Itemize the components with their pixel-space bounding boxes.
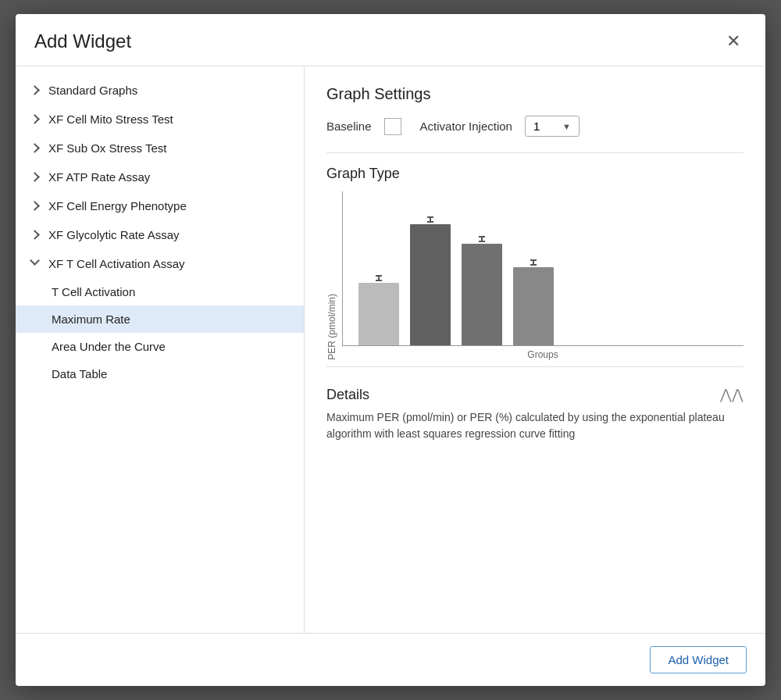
bar-1	[358, 283, 399, 345]
add-widget-button[interactable]: Add Widget	[650, 646, 747, 673]
baseline-checkbox[interactable]	[384, 118, 401, 135]
sub-item-label: Data Table	[52, 367, 107, 380]
sidebar-item-label: XF ATP Rate Assay	[48, 170, 150, 184]
sub-item-label: Maximum Rate	[52, 312, 130, 326]
sub-item-label: T Cell Activation	[52, 285, 135, 298]
chevron-right-icon	[31, 230, 41, 240]
activator-injection-dropdown[interactable]: 1 ▼	[525, 116, 580, 137]
sidebar-sub-item-area-under-curve[interactable]: Area Under the Curve	[16, 333, 304, 360]
bar-group-2	[410, 216, 451, 345]
modal-body: Standard Graphs XF Cell Mito Stress Test…	[16, 66, 765, 633]
baseline-label: Baseline	[326, 120, 372, 133]
details-section: Details ⋀⋀ Maximum PER (pmol/min) or PER…	[326, 386, 744, 442]
sidebar-item-label: XF Glycolytic Rate Assay	[48, 228, 180, 241]
details-title: Details	[326, 387, 369, 403]
x-axis-label: Groups	[342, 349, 744, 360]
bar-group-3	[462, 236, 502, 345]
sidebar-sub-item-maximum-rate[interactable]: Maximum Rate	[16, 305, 304, 333]
sub-item-label: Area Under the Curve	[52, 340, 166, 353]
add-widget-modal: Add Widget ✕ Standard Graphs XF Cell Mit…	[16, 14, 765, 686]
sidebar-item-label: Standard Graphs	[48, 84, 137, 97]
modal-header: Add Widget ✕	[16, 14, 765, 66]
sidebar-item-label: XF Sub Ox Stress Test	[48, 141, 166, 155]
bar-group-4	[513, 259, 554, 345]
chart-divider	[326, 366, 744, 367]
activator-injection-label: Activator Injection	[420, 120, 512, 133]
chevron-right-icon	[31, 115, 41, 124]
chart-inner: Groups	[342, 191, 744, 360]
chart-container: PER (pmol/min)	[326, 191, 744, 363]
right-panel: Graph Settings Baseline Activator Inject…	[305, 66, 765, 633]
chevron-right-icon	[31, 173, 41, 182]
sidebar-item-xf-sub-ox[interactable]: XF Sub Ox Stress Test	[16, 134, 304, 162]
settings-divider	[326, 152, 744, 153]
modal-title: Add Widget	[34, 30, 131, 52]
sidebar: Standard Graphs XF Cell Mito Stress Test…	[16, 66, 305, 633]
y-axis-label: PER (pmol/min)	[326, 294, 337, 360]
chevron-right-icon	[31, 202, 41, 211]
sidebar-item-label: XF Cell Energy Phenotype	[48, 199, 187, 212]
chevron-right-icon	[31, 86, 41, 95]
graph-settings-row: Baseline Activator Injection 1 ▼	[326, 116, 744, 137]
sidebar-item-label: XF T Cell Activation Assay	[48, 257, 185, 270]
sidebar-item-label: XF Cell Mito Stress Test	[48, 112, 173, 126]
sidebar-item-xf-atp-rate[interactable]: XF ATP Rate Assay	[16, 162, 304, 191]
chevron-down-icon	[31, 259, 41, 269]
error-bar-1	[378, 275, 380, 281]
bar-4	[513, 267, 554, 345]
sidebar-sub-item-t-cell-activation[interactable]: T Cell Activation	[16, 278, 304, 305]
dropdown-arrow-icon: ▼	[562, 122, 571, 131]
details-header: Details ⋀⋀	[326, 386, 744, 403]
close-button[interactable]: ✕	[720, 30, 747, 53]
dropdown-value: 1	[533, 120, 540, 133]
sidebar-item-standard-graphs[interactable]: Standard Graphs	[16, 76, 304, 105]
bar-2	[410, 224, 451, 345]
error-bar-4	[533, 259, 534, 266]
sidebar-item-xf-cell-energy[interactable]: XF Cell Energy Phenotype	[16, 191, 304, 220]
error-bar-3	[481, 236, 483, 242]
error-bar-2	[430, 216, 431, 223]
bar-group-1	[358, 275, 399, 345]
details-text: Maximum PER (pmol/min) or PER (%) calcul…	[326, 409, 744, 442]
collapse-icon[interactable]: ⋀⋀	[720, 386, 744, 403]
chevron-right-icon	[31, 144, 41, 153]
graph-type-title: Graph Type	[326, 166, 744, 182]
graph-settings-title: Graph Settings	[326, 85, 744, 103]
bars-area	[342, 191, 744, 346]
sidebar-item-xf-glycolytic[interactable]: XF Glycolytic Rate Assay	[16, 220, 304, 249]
sidebar-item-xf-t-cell[interactable]: XF T Cell Activation Assay	[16, 249, 304, 278]
bar-3	[462, 244, 502, 345]
sidebar-sub-item-data-table[interactable]: Data Table	[16, 360, 304, 388]
modal-footer: Add Widget	[16, 633, 765, 686]
sidebar-item-xf-cell-mito[interactable]: XF Cell Mito Stress Test	[16, 105, 304, 134]
